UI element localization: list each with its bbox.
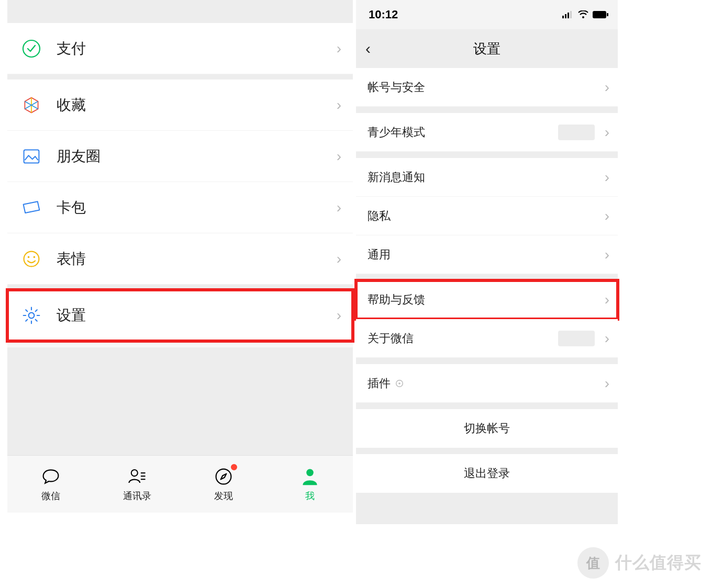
switch-account-button[interactable]: 切换帐号 xyxy=(356,409,618,448)
chevron-right-icon: › xyxy=(605,208,609,224)
chat-icon xyxy=(41,467,61,487)
chevron-right-icon: › xyxy=(605,169,609,186)
svg-point-2 xyxy=(24,251,39,266)
stickers-icon xyxy=(21,248,42,269)
moments-icon xyxy=(21,146,42,167)
settings-item-account-security[interactable]: 帐号与安全 › xyxy=(356,68,618,107)
chevron-right-icon: › xyxy=(605,246,609,263)
menu-item-cards[interactable]: 卡包 › xyxy=(7,182,353,233)
tab-bar: 微信 通讯录 发现 我 xyxy=(7,455,353,513)
chevron-right-icon: › xyxy=(605,330,609,347)
blurred-value xyxy=(558,331,595,346)
me-icon xyxy=(300,467,320,487)
chevron-right-icon: › xyxy=(605,375,609,392)
chevron-right-icon: › xyxy=(605,291,609,308)
menu-label: 设置 xyxy=(57,306,86,325)
chevron-right-icon: › xyxy=(337,251,341,267)
svg-rect-1 xyxy=(24,150,39,163)
tab-discover[interactable]: 发现 xyxy=(180,456,266,513)
watermark-badge: 值 xyxy=(577,547,609,579)
back-button[interactable]: ‹ xyxy=(365,40,371,58)
pay-icon xyxy=(21,38,42,59)
status-bar: 10:12 xyxy=(356,0,618,29)
chevron-right-icon: › xyxy=(337,199,341,216)
menu-item-pay[interactable]: 支付 › xyxy=(7,23,353,74)
menu-label: 朋友圈 xyxy=(57,146,101,166)
settings-item-plugins[interactable]: 插件 › xyxy=(356,364,618,403)
svg-rect-21 xyxy=(565,14,566,18)
cards-icon xyxy=(21,197,42,218)
menu-label: 收藏 xyxy=(57,95,86,115)
svg-point-14 xyxy=(131,470,137,476)
menu-label: 卡包 xyxy=(57,198,86,218)
svg-rect-23 xyxy=(570,11,572,18)
menu-label: 支付 xyxy=(57,39,86,59)
settings-item-new-message[interactable]: 新消息通知 › xyxy=(356,158,618,197)
chevron-right-icon: › xyxy=(605,79,609,96)
svg-rect-20 xyxy=(562,16,564,18)
menu-item-stickers[interactable]: 表情 › xyxy=(7,233,353,285)
svg-rect-26 xyxy=(607,13,608,16)
nav-title: 设置 xyxy=(473,40,500,58)
svg-point-19 xyxy=(306,469,314,476)
chevron-right-icon: › xyxy=(337,148,341,165)
watermark: 值 什么值得买 xyxy=(577,547,702,579)
status-time: 10:12 xyxy=(369,8,398,21)
chevron-right-icon: › xyxy=(337,97,341,114)
settings-item-youth-mode[interactable]: 青少年模式 › xyxy=(356,113,618,152)
svg-rect-25 xyxy=(593,11,606,18)
svg-point-28 xyxy=(398,382,400,385)
plugin-icon xyxy=(395,379,404,388)
svg-point-4 xyxy=(34,256,36,258)
chevron-right-icon: › xyxy=(605,124,609,141)
svg-rect-22 xyxy=(568,13,569,18)
blurred-value xyxy=(558,125,595,140)
menu-label: 表情 xyxy=(57,249,86,269)
tab-contacts[interactable]: 通讯录 xyxy=(94,456,180,513)
tab-me[interactable]: 我 xyxy=(266,456,353,513)
settings-item-general[interactable]: 通用 › xyxy=(356,235,618,274)
status-indicators xyxy=(562,10,608,19)
watermark-text: 什么值得买 xyxy=(615,551,702,574)
menu-item-settings[interactable]: 设置 › xyxy=(7,290,353,341)
svg-point-3 xyxy=(28,256,30,258)
notification-dot xyxy=(230,463,238,471)
svg-line-10 xyxy=(26,310,27,311)
svg-line-11 xyxy=(36,320,37,321)
me-tab-screen: 支付 › 收藏 › 朋友圈 › 卡包 › xyxy=(7,0,353,513)
settings-item-privacy[interactable]: 隐私 › xyxy=(356,197,618,235)
contacts-icon xyxy=(127,467,147,487)
menu-item-moments[interactable]: 朋友圈 › xyxy=(7,131,353,182)
settings-item-help-feedback[interactable]: 帮助与反馈 › xyxy=(356,280,618,319)
battery-icon xyxy=(593,11,608,18)
favorites-icon xyxy=(21,95,42,116)
menu-item-favorites[interactable]: 收藏 › xyxy=(7,80,353,131)
settings-screen: 10:12 ‹ 设置 帐号与安全 › 青少年模式 › 新消息通知 › xyxy=(356,0,618,513)
logout-button[interactable]: 退出登录 xyxy=(356,454,618,493)
wifi-icon xyxy=(578,10,588,19)
tab-chat[interactable]: 微信 xyxy=(7,456,94,513)
chevron-right-icon: › xyxy=(337,40,341,57)
signal-icon xyxy=(562,11,574,18)
chevron-right-icon: › xyxy=(337,307,341,324)
settings-item-about[interactable]: 关于微信 › xyxy=(356,319,618,358)
nav-bar: ‹ 设置 xyxy=(356,29,618,68)
svg-line-12 xyxy=(36,310,37,311)
svg-line-13 xyxy=(26,320,27,321)
svg-point-24 xyxy=(582,16,584,18)
svg-point-18 xyxy=(216,469,231,484)
svg-point-5 xyxy=(29,313,35,319)
svg-point-0 xyxy=(23,40,40,57)
settings-icon xyxy=(21,305,42,326)
